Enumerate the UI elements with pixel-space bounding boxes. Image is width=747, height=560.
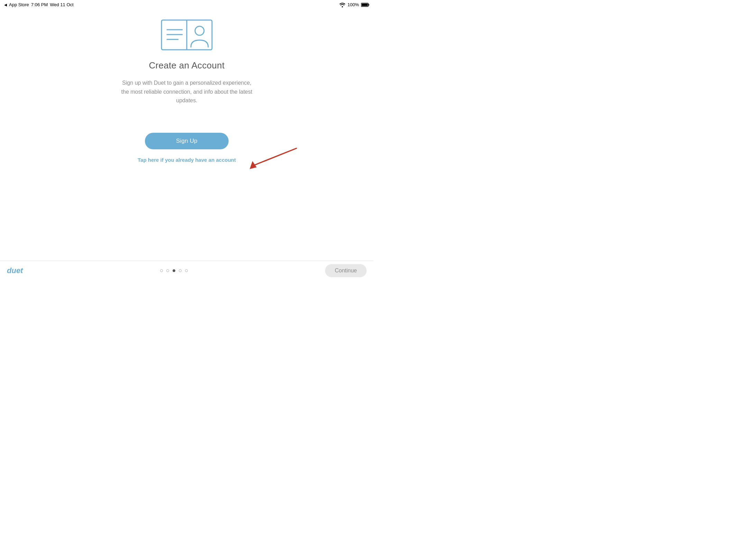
already-account-link[interactable]: Tap here if you already have an account <box>138 157 236 163</box>
app-logo-icon <box>161 19 213 50</box>
description-text: Sign up with Duet to gain a personalized… <box>121 78 252 105</box>
status-bar: ◂ App Store 7:06 PM Wed 11 Oct 100% <box>0 0 374 9</box>
page-title: Create an Account <box>149 60 224 71</box>
svg-rect-2 <box>362 4 368 6</box>
already-account-container: Tap here if you already have an account <box>138 157 236 163</box>
dot-1 <box>160 269 163 272</box>
main-content: Create an Account Sign up with Duet to g… <box>0 9 374 261</box>
annotation-arrow-icon <box>232 147 298 171</box>
battery-icon <box>361 2 369 7</box>
battery-percent: 100% <box>348 2 359 7</box>
status-right: 100% <box>339 2 369 7</box>
back-arrow-icon: ◂ <box>4 1 7 8</box>
continue-button[interactable]: Continue <box>325 264 367 277</box>
date-label: Wed 11 Oct <box>50 2 73 7</box>
dot-3-active <box>173 269 175 272</box>
bottom-bar: duet Continue <box>0 261 374 280</box>
wifi-icon <box>339 2 345 7</box>
duet-logo: duet <box>7 266 23 275</box>
dot-4 <box>179 269 182 272</box>
app-store-label: App Store <box>9 2 29 7</box>
dot-5 <box>185 269 188 272</box>
svg-rect-1 <box>369 4 369 6</box>
dot-2 <box>166 269 169 272</box>
svg-point-8 <box>195 26 204 35</box>
time-label: 7:06 PM <box>31 2 48 7</box>
signup-button[interactable]: Sign Up <box>145 133 229 149</box>
svg-line-9 <box>253 148 296 166</box>
status-left: ◂ App Store 7:06 PM Wed 11 Oct <box>4 1 74 8</box>
page-dots <box>160 269 188 272</box>
